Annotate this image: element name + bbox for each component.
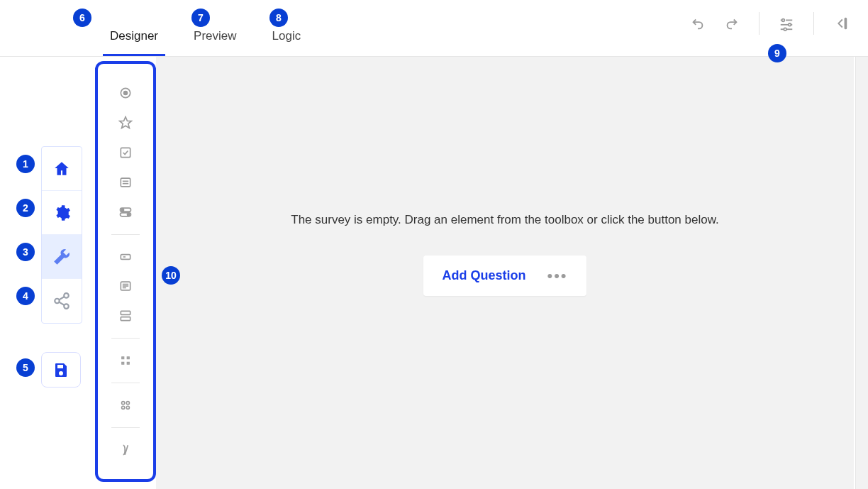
toolbox-radiogroup-icon[interactable] (98, 78, 153, 108)
toolbox-separator (111, 338, 140, 339)
svg-rect-9 (845, 18, 847, 28)
tab-logic[interactable]: Logic (272, 29, 301, 56)
svg-rect-33 (121, 317, 130, 321)
callout-badge: 1 (16, 155, 35, 173)
sidebar-item-share[interactable] (42, 279, 82, 323)
svg-point-3 (789, 23, 791, 26)
toolbox-dropdown-icon[interactable] (98, 167, 153, 197)
tab-strip: Designer Preview Logic (110, 0, 301, 56)
svg-rect-32 (121, 312, 130, 315)
svg-point-35 (126, 402, 129, 405)
tab-designer[interactable]: Designer (110, 29, 158, 56)
undo-button[interactable] (685, 11, 711, 36)
svg-rect-18 (121, 148, 130, 157)
empty-survey-message: The survey is empty. Drag an element fro… (291, 213, 718, 227)
toolbox-checkbox-icon[interactable] (98, 138, 153, 167)
collapse-panel-button[interactable] (828, 11, 854, 36)
svg-rect-19 (121, 178, 130, 187)
svg-line-14 (59, 302, 64, 305)
top-actions (685, 0, 854, 56)
right-gutter (855, 0, 868, 489)
sidebar-item-settings[interactable] (42, 191, 82, 235)
svg-point-23 (121, 209, 123, 211)
top-bar: Designer Preview Logic (0, 0, 868, 57)
toolbox-expression-icon[interactable] (98, 435, 153, 465)
svg-point-16 (124, 91, 128, 94)
tab-preview[interactable]: Preview (194, 29, 236, 56)
settings-panel-button[interactable] (774, 11, 799, 36)
toolbox-rating-icon[interactable] (98, 108, 153, 138)
svg-point-11 (55, 299, 60, 304)
svg-point-36 (122, 406, 125, 409)
question-toolbox (95, 61, 156, 482)
svg-point-34 (122, 402, 125, 405)
svg-point-10 (64, 293, 69, 298)
svg-line-13 (59, 297, 64, 300)
svg-marker-17 (120, 117, 132, 128)
toolbox-matrix-icon[interactable] (98, 346, 153, 375)
redo-button[interactable] (719, 11, 745, 36)
toolbox-matrixdropdown-icon[interactable] (98, 390, 153, 420)
designer-canvas: The survey is empty. Drag an element fro… (156, 57, 854, 489)
svg-point-12 (64, 304, 69, 309)
toolbox-text-icon[interactable] (98, 242, 153, 272)
svg-point-0 (782, 18, 785, 21)
toolbox-comment-icon[interactable] (98, 271, 153, 301)
sidebar-item-build[interactable] (42, 235, 82, 279)
toolbox-separator (111, 383, 140, 383)
divider (813, 12, 814, 35)
sidebar-item-save[interactable] (41, 352, 81, 388)
svg-point-25 (128, 213, 130, 215)
add-question-button[interactable]: Add Question (442, 268, 525, 283)
svg-point-6 (784, 28, 786, 31)
add-question-panel: Add Question ••• (423, 256, 586, 296)
toolbox-separator (111, 427, 140, 428)
sidebar-item-home[interactable] (42, 147, 82, 191)
divider (759, 12, 760, 35)
callout-badge: 4 (16, 287, 35, 305)
callout-badge: 3 (16, 243, 35, 261)
callout-badge: 2 (16, 199, 35, 217)
left-sidebar (41, 146, 82, 324)
callout-badge: 5 (16, 358, 35, 377)
svg-point-37 (126, 406, 129, 409)
toolbox-multipletext-icon[interactable] (98, 301, 153, 331)
toolbox-boolean-icon[interactable] (98, 197, 153, 227)
toolbox-separator (111, 234, 140, 235)
